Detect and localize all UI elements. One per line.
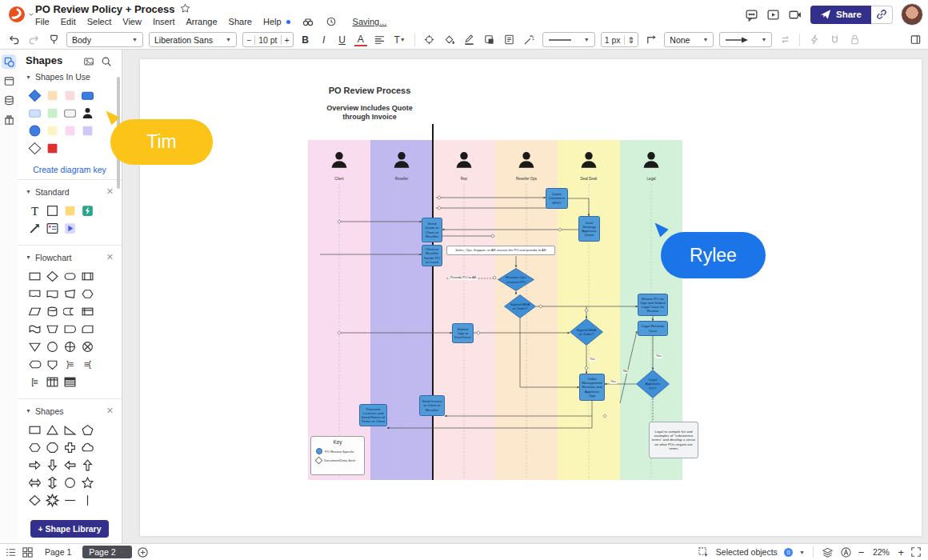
shape-text[interactable]: T [26, 202, 43, 219]
avatar[interactable] [901, 3, 923, 26]
close-section-icon[interactable]: ✕ [106, 252, 114, 262]
shape-summing-junction[interactable] [78, 338, 96, 355]
shape-predefined-process[interactable] [78, 267, 96, 285]
node-legal-approves[interactable]: Legal Approves PO? [636, 370, 670, 398]
shape-red-square[interactable] [43, 139, 61, 157]
menu-item-file[interactable]: File [35, 17, 50, 26]
shape-cross[interactable] [61, 438, 78, 456]
shape-white-diamond[interactable] [26, 139, 43, 157]
shape-data[interactable] [26, 302, 43, 320]
bold-button[interactable]: B [299, 34, 312, 46]
shape-line-vertical[interactable] [78, 491, 96, 509]
node-signed-msa-2[interactable]: Signed MSA or Order? [570, 318, 603, 346]
shape-arrow-left-right[interactable] [26, 474, 43, 491]
node-legal-reviews[interactable]: Legal Reviews Case [638, 321, 668, 336]
disclosure-triangle-icon[interactable]: ▼ [26, 254, 31, 260]
phase-separator-line[interactable] [432, 124, 434, 480]
line-style-select[interactable]: ▼ [542, 32, 595, 47]
swimlane-client[interactable]: Client [308, 140, 370, 480]
magnet-icon[interactable] [827, 33, 842, 47]
shape-preparation[interactable] [78, 285, 96, 302]
shape-delay[interactable] [61, 320, 78, 338]
diagram-key[interactable]: Key PO Review Specific Document/Data Sen… [310, 436, 365, 475]
format-painter-icon[interactable] [46, 33, 61, 47]
shape-light-blue-rounded-rect[interactable] [26, 104, 43, 122]
shape-rectangle[interactable] [26, 421, 43, 438]
magic-wand-icon[interactable] [522, 33, 537, 47]
shape-database[interactable] [43, 302, 61, 320]
find-icon[interactable] [302, 15, 314, 28]
shape-green-square[interactable] [43, 104, 61, 122]
shape-cloud[interactable] [78, 438, 96, 456]
line-width-arrows[interactable]: ⇕ [624, 35, 638, 45]
connector-style-icon[interactable] [644, 33, 658, 47]
shape-blue-diamond[interactable] [26, 86, 43, 104]
chevron-down-icon[interactable] [27, 10, 35, 18]
shape-person-shape[interactable] [78, 104, 96, 122]
position-icon[interactable] [422, 33, 437, 47]
shape-card[interactable] [78, 320, 96, 338]
shape-brace-left[interactable]: ≡{ [78, 355, 96, 373]
layers-icon[interactable] [822, 546, 834, 558]
page-list-icon[interactable] [5, 546, 17, 558]
select-objects-icon[interactable] [698, 546, 710, 558]
fullscreen-icon[interactable] [910, 546, 922, 558]
shape-pentagon[interactable] [78, 421, 96, 438]
menu-item-insert[interactable]: Insert [153, 17, 175, 26]
node-signed-msa-1[interactable]: Signed MSA or Order? [504, 294, 536, 318]
image-icon[interactable] [83, 56, 94, 67]
canvas[interactable]: PO Review Process Overview Includes Quot… [122, 50, 928, 544]
shape-internal-storage[interactable] [78, 302, 96, 320]
zoom-level[interactable]: 22% [870, 547, 891, 557]
font-size-increase[interactable]: + [281, 35, 293, 45]
shape-blue-circle[interactable] [26, 122, 43, 139]
video-icon[interactable] [788, 8, 802, 22]
underline-button[interactable]: U [336, 34, 349, 46]
node-send-quote[interactable]: Send Quote to Client or Reseller [422, 218, 442, 242]
node-provision[interactable]: Provision Licenses and Send Notice of Te… [359, 404, 387, 426]
share-button[interactable]: Share [810, 6, 871, 24]
shape-yellow-square[interactable] [43, 122, 61, 139]
section-header-shapes[interactable]: ▼Shapes✕ [26, 406, 114, 416]
close-section-icon[interactable]: ✕ [106, 186, 114, 197]
font-size-stepper[interactable]: −10 pt+ [242, 32, 294, 47]
shape-flexible[interactable] [61, 285, 78, 302]
text-options-button[interactable]: T▼ [393, 33, 407, 47]
node-send-invoice[interactable]: Send Invoice to Client or Reseller [419, 395, 445, 416]
text-style-select[interactable]: Body▼ [66, 32, 143, 47]
node-reseller-ops-receives[interactable]: Reseller Ops receives PO [498, 268, 534, 291]
shape-decision[interactable] [43, 267, 61, 285]
redo-icon[interactable] [26, 33, 41, 47]
shape-off-page[interactable] [43, 355, 61, 373]
section-header-shapes-in-use[interactable]: ▼Shapes In Use [26, 72, 114, 82]
node-deal-strategy[interactable]: Deal Strategy Approves Quote [578, 216, 600, 242]
lucid-logo-icon[interactable] [6, 4, 27, 25]
notes-icon[interactable] [502, 33, 517, 47]
shape-hexagon[interactable] [26, 438, 43, 456]
shape-terminator[interactable] [61, 267, 78, 285]
shape-or[interactable] [61, 338, 78, 355]
shape-brace-note[interactable]: [≡ [26, 373, 43, 390]
shape-line-horizontal[interactable] [61, 491, 78, 509]
shape-lavender-square[interactable] [78, 122, 96, 139]
shape-rectangle[interactable] [43, 202, 61, 219]
panel-tool-icon[interactable] [2, 74, 16, 88]
swap-arrows-icon[interactable] [778, 33, 792, 47]
shapes-tool-icon[interactable] [2, 54, 16, 69]
shape-library-button[interactable]: + Shape Library [30, 520, 109, 538]
shape-connector[interactable] [43, 338, 61, 355]
shape-stored-data[interactable] [61, 302, 78, 320]
section-header-standard[interactable]: ▼Standard✕ [26, 186, 114, 197]
shape-star[interactable] [78, 474, 96, 491]
shape-pink-square-2[interactable] [61, 122, 78, 139]
shape-process[interactable] [26, 267, 43, 285]
document-title[interactable]: PO Review Policy + Process [35, 2, 190, 15]
diagram-subtitle[interactable]: Overview Includes Quote through Invoice [290, 104, 450, 122]
line-start-select[interactable]: None▼ [664, 32, 714, 47]
shape-arrow-up-down[interactable] [43, 474, 61, 491]
shape-row-table[interactable] [61, 373, 78, 390]
shape-brace-right[interactable]: }≡ [61, 355, 78, 373]
line-end-select[interactable]: ▼ [719, 32, 772, 47]
data-tool-icon[interactable] [2, 93, 16, 107]
shape-circle[interactable] [61, 474, 78, 491]
